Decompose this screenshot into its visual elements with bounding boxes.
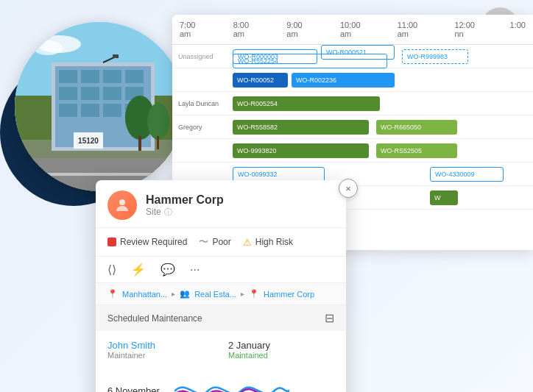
wo-chip[interactable]: WO-9993820 — [233, 143, 369, 158]
svg-rect-26 — [44, 173, 155, 176]
section-title: Scheduled Maintenance — [107, 313, 202, 324]
building-image: 15120 — [15, 22, 184, 191]
svg-rect-16 — [81, 104, 99, 117]
alert-icon[interactable]: ⚡ — [131, 263, 146, 277]
svg-rect-28 — [113, 54, 119, 58]
review-required-label: Review Required — [120, 237, 187, 247]
poor-icon: 〜 — [199, 235, 208, 249]
scheduler-header: 7:00 am 8:00 am 9:00 am 10:00 am 11:00 a… — [172, 15, 533, 45]
svg-text:15120: 15120 — [78, 137, 99, 145]
scheduler-row-gregory: Gregory WO-R558582 WO-R665050 — [172, 115, 533, 139]
badge-review-required: Review Required — [107, 237, 187, 247]
date-1: 2 January — [228, 340, 334, 351]
high-risk-label: High Risk — [255, 237, 293, 247]
scheduler-row-layla: Layla Duncan WO-R005254 — [172, 92, 533, 115]
poor-label: Poor — [212, 237, 230, 247]
card-header: Hammer Corp Site ⓘ — [96, 180, 346, 228]
scheduler-row-2: WO-R00052 WO-R002236 — [172, 68, 533, 92]
svg-rect-12 — [81, 87, 99, 100]
wo-chip[interactable]: WO-RS52505 — [376, 143, 457, 158]
avatar — [107, 190, 137, 220]
svg-rect-17 — [103, 104, 121, 117]
row-label-layla: Layla Duncan — [178, 100, 230, 107]
wo-chip[interactable]: WO-R005254 — [233, 96, 380, 111]
svg-rect-8 — [81, 70, 99, 83]
close-icon: × — [345, 183, 351, 194]
message-icon[interactable]: 💬 — [160, 263, 175, 277]
svg-rect-11 — [59, 87, 77, 100]
time-11am: 11:00 am — [398, 21, 426, 38]
scheduler-row-unassigned: Unassigned WO-R000003 WO-R552254 WO-R999… — [172, 45, 533, 68]
person-name[interactable]: John Smith — [107, 340, 213, 351]
card-subtitle: Site ⓘ — [146, 207, 334, 218]
card-actions: ⟨⟩ ⚡ 💬 ··· — [96, 257, 346, 283]
row-content-5: WO-9993820 WO-RS52505 — [233, 139, 533, 162]
svg-point-23 — [147, 103, 169, 140]
svg-rect-24 — [157, 136, 159, 149]
breadcrumb-2[interactable]: Real Esta... — [194, 290, 236, 299]
wave-chart — [172, 376, 334, 392]
card-breadcrumb: 📍 Manhattan... ▸ 👥 Real Esta... ▸ 📍 Hamm… — [96, 283, 346, 305]
breadcrumb-sep-2: ▸ — [241, 290, 244, 298]
time-1pm: 1:00 — [510, 21, 526, 38]
card-badges: Review Required 〜 Poor ⚠ High Risk — [96, 228, 346, 257]
svg-rect-10 — [125, 70, 144, 83]
card-content: John Smith Maintainer 2 January Maintain… — [96, 331, 346, 368]
review-required-dot — [107, 238, 116, 246]
time-9am: 9:00 am — [286, 21, 311, 38]
info-icon: ⓘ — [164, 207, 172, 218]
time-8am: 8:00 am — [233, 21, 258, 38]
more-icon[interactable]: ··· — [190, 263, 200, 277]
svg-rect-15 — [59, 104, 77, 117]
wo-chip[interactable]: WO-R558582 — [233, 120, 369, 135]
row-label-gregory: Gregory — [178, 124, 230, 131]
card-col-person: John Smith Maintainer — [107, 340, 213, 360]
card-bottom-left: 6 November Maintenance start — [107, 385, 172, 392]
time-12nn: 12:00 nn — [454, 21, 480, 38]
wo-chip[interactable]: WO-R000521 — [321, 45, 395, 60]
wo-chip[interactable]: WO-4330009 — [430, 167, 504, 182]
location-icon: 📍 — [107, 289, 118, 299]
wo-chip[interactable]: WO-R999983 — [402, 49, 468, 64]
row-content-gregory: WO-R558582 WO-R665050 — [233, 115, 533, 138]
people-icon: 👥 — [180, 289, 190, 299]
scheduler-row-5: WO-9993820 WO-RS52505 — [172, 139, 533, 163]
svg-rect-22 — [138, 136, 141, 151]
breadcrumb-1[interactable]: Manhattan... — [122, 290, 167, 299]
svg-rect-9 — [103, 70, 121, 83]
company-name: Hammer Corp — [146, 193, 334, 207]
card-col-date: 2 January Maintained — [228, 340, 334, 360]
time-10am: 10:00 am — [340, 21, 368, 38]
svg-rect-13 — [103, 87, 121, 100]
breadcrumb-3[interactable]: Hammer Corp — [264, 290, 314, 299]
row-content-unassigned: WO-R000003 WO-R552254 WO-R999983 WO-R000… — [233, 45, 533, 68]
date-2: 6 November — [107, 385, 172, 392]
collapse-icon[interactable]: ⊟ — [325, 311, 334, 325]
date-1-status: Maintained — [228, 351, 334, 360]
detail-card: Hammer Corp Site ⓘ Review Required 〜 Poo… — [96, 180, 346, 392]
row-content-2: WO-R00052 WO-R002236 — [233, 68, 533, 91]
wo-chip[interactable]: WO-0099332 — [233, 167, 325, 182]
svg-point-29 — [119, 199, 125, 205]
location-icon2: 📍 — [249, 289, 259, 299]
card-title-area: Hammer Corp Site ⓘ — [146, 193, 334, 218]
badge-poor: 〜 Poor — [199, 235, 230, 249]
wo-chip[interactable]: WO-R002236 — [292, 73, 395, 88]
card-section-header: Scheduled Maintenance ⊟ — [96, 305, 346, 331]
wo-chip[interactable]: WO-R00052 — [233, 73, 288, 88]
wo-chip[interactable]: WO-R665050 — [376, 120, 457, 135]
share-icon[interactable]: ⟨⟩ — [107, 263, 116, 277]
row-label-unassigned: Unassigned — [178, 53, 230, 60]
svg-rect-7 — [59, 70, 77, 83]
close-button[interactable]: × — [339, 179, 358, 198]
site-label: Site — [146, 207, 161, 217]
person-role: Maintainer — [107, 351, 213, 360]
row-content-layla: WO-R005254 — [233, 92, 533, 115]
wo-chip[interactable]: W — [430, 190, 458, 205]
breadcrumb-sep-1: ▸ — [172, 290, 175, 298]
high-risk-icon: ⚠ — [243, 237, 252, 248]
card-bottom: 6 November Maintenance start — [96, 368, 346, 392]
badge-high-risk: ⚠ High Risk — [243, 237, 293, 248]
time-7am: 7:00 am — [180, 21, 204, 38]
